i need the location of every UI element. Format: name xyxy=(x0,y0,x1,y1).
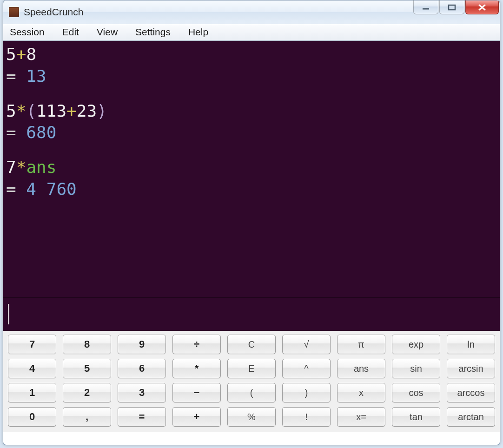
history-expression: 5+8 xyxy=(6,44,497,66)
close-icon xyxy=(477,4,487,11)
expr-token: + xyxy=(66,101,77,120)
history-result: = 13 xyxy=(6,66,497,87)
key-ans[interactable]: ans xyxy=(337,359,385,378)
key-exp[interactable]: exp xyxy=(392,335,440,354)
key-e[interactable]: E xyxy=(227,359,276,378)
key-6[interactable]: 6 xyxy=(118,359,166,378)
keypad: 789÷C√πexpln456*E^anssinarcsin123−()xcos… xyxy=(3,331,500,432)
expr-token: 8 xyxy=(26,45,36,64)
key-sqrt[interactable]: √ xyxy=(282,335,331,354)
key-arctan[interactable]: arctan xyxy=(447,407,495,427)
expr-token: * xyxy=(16,101,26,120)
minimize-icon xyxy=(422,4,430,11)
history-entry[interactable]: 5*(113+23)= 680 xyxy=(6,100,497,144)
expr-token: * xyxy=(16,158,26,177)
key-arcsin[interactable]: arcsin xyxy=(447,359,495,378)
expr-token: ( xyxy=(26,101,36,120)
key-0[interactable]: 0 xyxy=(8,407,56,427)
key-cos[interactable]: cos xyxy=(392,383,440,402)
key-8[interactable]: 8 xyxy=(63,335,111,354)
key-plus[interactable]: + xyxy=(172,407,221,427)
key-lparen[interactable]: ( xyxy=(227,383,276,402)
client-area: 5+8= 135*(113+23)= 6807*ans= 4 760 789÷C… xyxy=(3,40,500,445)
key-percent[interactable]: % xyxy=(227,407,276,427)
result-value: 4 760 xyxy=(26,179,76,198)
menu-edit[interactable]: Edit xyxy=(60,26,81,39)
key-9[interactable]: 9 xyxy=(118,335,166,354)
expr-token: ) xyxy=(97,101,107,120)
key-4[interactable]: 4 xyxy=(8,359,56,378)
result-equals: = xyxy=(6,179,26,198)
menubar: Session Edit View Settings Help xyxy=(3,24,500,40)
key-assign[interactable]: x= xyxy=(337,407,385,427)
input-row xyxy=(3,297,500,331)
history-expression: 5*(113+23) xyxy=(6,100,497,122)
result-value: 680 xyxy=(26,123,56,142)
expr-token: 113 xyxy=(36,101,66,120)
key-comma[interactable]: , xyxy=(63,407,111,427)
expr-token: 7 xyxy=(6,158,16,177)
close-button[interactable] xyxy=(465,0,499,14)
key-divide[interactable]: ÷ xyxy=(172,335,221,354)
key-sin[interactable]: sin xyxy=(392,359,440,378)
key-tan[interactable]: tan xyxy=(392,407,440,427)
history-expression: 7*ans xyxy=(6,157,497,178)
expr-token: 5 xyxy=(6,45,16,64)
history-result: = 680 xyxy=(6,122,497,144)
expr-token: 5 xyxy=(6,101,16,120)
history-display[interactable]: 5+8= 135*(113+23)= 6807*ans= 4 760 xyxy=(3,41,500,297)
svg-rect-1 xyxy=(449,5,455,10)
menu-help[interactable]: Help xyxy=(186,26,210,39)
window-title: SpeedCrunch xyxy=(24,7,412,18)
key-equals[interactable]: = xyxy=(118,407,166,427)
key-arccos[interactable]: arccos xyxy=(447,383,495,402)
key-minus[interactable]: − xyxy=(172,383,221,402)
key-3[interactable]: 3 xyxy=(118,383,166,402)
history-result: = 4 760 xyxy=(6,178,497,200)
titlebar[interactable]: SpeedCrunch xyxy=(3,0,500,24)
maximize-button[interactable] xyxy=(439,0,464,14)
key-x[interactable]: x xyxy=(337,383,385,402)
key-rparen[interactable]: ) xyxy=(282,383,331,402)
key-factorial[interactable]: ! xyxy=(282,407,331,427)
key-7[interactable]: 7 xyxy=(8,335,56,354)
window-controls xyxy=(412,0,499,24)
expr-token: 23 xyxy=(77,101,97,120)
maximize-icon xyxy=(448,4,456,11)
menu-settings[interactable]: Settings xyxy=(133,26,172,39)
expr-token: + xyxy=(16,45,26,64)
expr-token: ans xyxy=(26,158,56,177)
menu-view[interactable]: View xyxy=(95,26,119,39)
result-equals: = xyxy=(6,123,26,142)
result-value: 13 xyxy=(26,66,46,86)
app-icon xyxy=(9,7,19,17)
menu-session[interactable]: Session xyxy=(8,26,46,39)
key-1[interactable]: 1 xyxy=(8,383,56,402)
history-entry[interactable]: 5+8= 13 xyxy=(6,44,497,87)
result-equals: = xyxy=(6,66,26,86)
application-window: SpeedCrunch Session Edit View Settings H… xyxy=(3,0,500,445)
expression-input[interactable] xyxy=(9,305,497,323)
key-multiply[interactable]: * xyxy=(172,359,221,378)
key-ln[interactable]: ln xyxy=(447,335,495,354)
history-entry[interactable]: 7*ans= 4 760 xyxy=(6,157,497,200)
key-power[interactable]: ^ xyxy=(282,359,331,378)
minimize-button[interactable] xyxy=(413,0,438,14)
key-5[interactable]: 5 xyxy=(63,359,111,378)
key-2[interactable]: 2 xyxy=(63,383,111,402)
key-pi[interactable]: π xyxy=(337,335,385,354)
key-clear[interactable]: C xyxy=(227,335,276,354)
